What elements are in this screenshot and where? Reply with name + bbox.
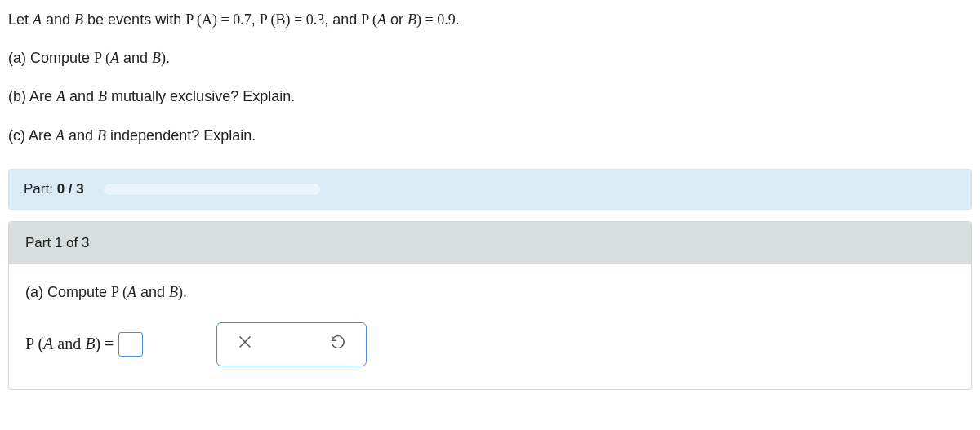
answer-input[interactable] (118, 332, 143, 357)
part-card-header: Part 1 of 3 (9, 222, 971, 264)
sub-question-a: (a) Compute P (A and B). (25, 284, 955, 301)
tool-panel (216, 322, 367, 366)
clear-button[interactable] (229, 328, 261, 361)
undo-icon (329, 333, 347, 356)
problem-intro: Let A and B be events with P (A) = 0.7, … (8, 10, 972, 30)
problem-statement: Let A and B be events with P (A) = 0.7, … (8, 10, 972, 146)
close-icon (236, 333, 254, 356)
problem-part-a: (a) Compute P (A and B). (8, 48, 972, 69)
reset-button[interactable] (322, 328, 354, 361)
problem-part-b: (b) Are A and B mutually exclusive? Expl… (8, 86, 972, 107)
progress-label: Part: 0 / 3 (24, 181, 84, 197)
part-card-body: (a) Compute P (A and B). P (A and B) = (9, 264, 971, 389)
problem-part-c: (c) Are A and B independent? Explain. (8, 126, 972, 146)
answer-row: P (A and B) = (25, 322, 955, 366)
progress-track (104, 184, 320, 195)
answer-expression: P (A and B) = (25, 332, 143, 357)
part-card: Part 1 of 3 (a) Compute P (A and B). P (… (8, 221, 972, 390)
progress-bar: Part: 0 / 3 (8, 169, 972, 210)
